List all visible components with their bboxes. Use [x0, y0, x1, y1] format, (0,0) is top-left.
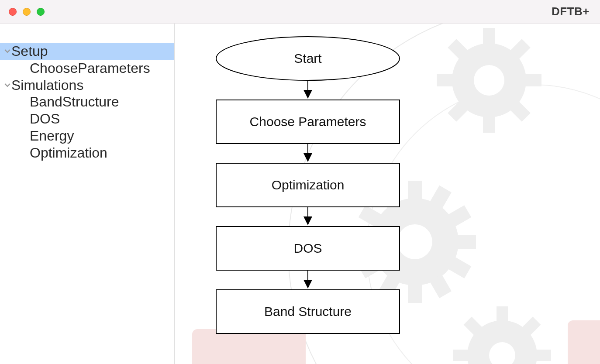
- tree-item-label: BandStructure: [30, 94, 119, 110]
- window-title: DFTB+: [552, 5, 590, 18]
- svg-rect-8: [510, 39, 531, 60]
- chevron-down-icon: [3, 48, 11, 54]
- window-controls: [9, 8, 45, 16]
- svg-rect-5: [483, 115, 495, 133]
- tree-item-bandstructure[interactable]: BandStructure: [0, 93, 174, 110]
- tree-item-label: Setup: [11, 43, 48, 59]
- flow-node-label: Start: [294, 51, 322, 65]
- svg-rect-9: [448, 101, 469, 122]
- tree-item-energy[interactable]: Energy: [0, 127, 174, 144]
- svg-point-26: [467, 320, 537, 364]
- tree-item-dos[interactable]: DOS: [0, 110, 174, 127]
- svg-rect-28: [497, 306, 508, 322]
- minimize-window-button[interactable]: [23, 8, 31, 16]
- content-area: Setup ChooseParameters Simulations BandS…: [0, 24, 600, 364]
- tree-item-label: DOS: [30, 111, 60, 127]
- main-canvas: Start Choose Parameters Optimization DOS: [175, 24, 600, 364]
- tree-item-simulations[interactable]: Simulations: [0, 77, 174, 94]
- chevron-down-icon: [3, 82, 11, 88]
- svg-rect-6: [437, 74, 454, 86]
- tree-item-label: Energy: [30, 128, 74, 144]
- flow-node-label: DOS: [293, 241, 322, 255]
- svg-rect-31: [535, 350, 551, 361]
- svg-rect-4: [483, 28, 495, 45]
- flow-node-label: Choose Parameters: [250, 114, 366, 129]
- flow-node-band-structure[interactable]: Band Structure: [216, 290, 400, 333]
- svg-rect-7: [524, 74, 541, 86]
- svg-rect-17: [456, 235, 476, 249]
- svg-rect-22: [447, 205, 471, 227]
- svg-rect-30: [453, 350, 469, 361]
- svg-point-3: [474, 65, 504, 96]
- svg-rect-25: [430, 274, 452, 298]
- tree-item-label: Simulations: [11, 77, 83, 93]
- flow-node-start[interactable]: Start: [216, 37, 400, 80]
- tree-item-optimization[interactable]: Optimization: [0, 144, 174, 161]
- flow-node-choose-parameters[interactable]: Choose Parameters: [216, 100, 400, 144]
- tree-item-label: Optimization: [30, 145, 107, 161]
- svg-rect-37: [568, 320, 600, 364]
- flow-node-label: Optimization: [272, 178, 345, 192]
- svg-point-2: [452, 43, 526, 117]
- svg-rect-11: [510, 101, 531, 122]
- maximize-window-button[interactable]: [37, 8, 45, 16]
- flow-node-optimization[interactable]: Optimization: [216, 163, 400, 207]
- svg-point-27: [489, 342, 515, 364]
- flow-node-label: Band Structure: [264, 304, 352, 319]
- svg-rect-32: [522, 317, 541, 336]
- tree-item-setup[interactable]: Setup: [0, 43, 174, 60]
- svg-rect-21: [447, 257, 471, 278]
- svg-rect-34: [464, 317, 483, 336]
- close-window-button[interactable]: [9, 8, 17, 16]
- tree-item-label: ChooseParameters: [30, 60, 150, 76]
- titlebar: DFTB+: [0, 0, 600, 24]
- svg-rect-18: [430, 185, 452, 209]
- tree-item-chooseparameters[interactable]: ChooseParameters: [0, 60, 174, 77]
- flowchart-diagram: Start Choose Parameters Optimization DOS: [203, 32, 430, 364]
- flow-node-dos[interactable]: DOS: [216, 227, 400, 270]
- svg-rect-10: [448, 39, 469, 60]
- sidebar: Setup ChooseParameters Simulations BandS…: [0, 24, 175, 364]
